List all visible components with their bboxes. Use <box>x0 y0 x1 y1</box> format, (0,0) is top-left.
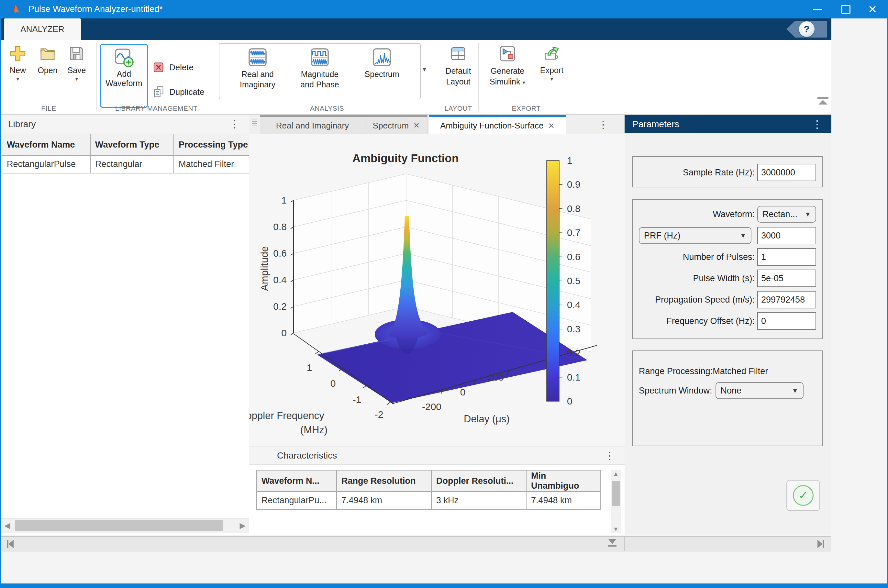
sample-rate-label: Sample Rate (Hz): <box>639 168 757 178</box>
svg-text:(MHz): (MHz) <box>300 424 327 436</box>
cell-doppler-resolution[interactable]: 3 kHz <box>431 492 526 509</box>
cell-min-unambiguous-range[interactable]: 7.4948 km <box>526 492 600 509</box>
column-header[interactable]: Min Unambiguo <box>526 470 600 492</box>
table-row[interactable]: RectangularPu... 7.4948 km 3 kHz 7.4948 … <box>256 492 600 509</box>
minimize-button[interactable] <box>805 0 830 18</box>
column-header[interactable]: Range Resolution <box>336 470 431 492</box>
sample-rate-field[interactable]: 3000000 <box>757 164 816 181</box>
collapse-ribbon-button[interactable] <box>816 97 830 111</box>
pulse-width-field[interactable]: 5e-05 <box>757 270 816 287</box>
prf-field[interactable]: 3000 <box>757 227 816 244</box>
characteristics-content: Waveform N... Range Resolution Doppler R… <box>249 465 625 535</box>
check-icon: ✓ <box>793 485 814 506</box>
collapse-down-icon[interactable] <box>608 539 616 547</box>
svg-text:-1: -1 <box>353 394 362 405</box>
characteristics-menu-button[interactable]: ⋮ <box>604 450 615 461</box>
new-button[interactable]: New ▾ <box>5 45 31 82</box>
cell-range-resolution[interactable]: 7.4948 km <box>336 492 431 509</box>
ribbon-section-library-management: Add Waveform Delete Duplicate LIBRARY MA… <box>97 40 216 114</box>
parameters-panel-header: Parameters ⋮ <box>625 115 831 134</box>
ribbon-section-layout: Default Layout LAYOUT <box>438 40 478 114</box>
ambiguity-function-plot[interactable]: Ambiguity Function <box>249 134 625 447</box>
ribbon-section-file: New ▾ Open Save ▾ FILE <box>1 40 96 114</box>
svg-text:0.8: 0.8 <box>567 203 580 214</box>
cell-processing-type[interactable]: Matched Filter <box>174 155 258 173</box>
tab-drag-handle[interactable] <box>252 119 257 126</box>
close-tab-icon[interactable]: ✕ <box>413 121 420 130</box>
maximize-button[interactable] <box>834 0 858 18</box>
axes-walls <box>294 174 591 352</box>
export-button[interactable]: Export ▾ <box>536 45 567 82</box>
save-dropdown-caret[interactable]: ▾ <box>64 76 89 82</box>
document-tab-bar: Real and Imaginary Spectrum ✕ Ambiguity … <box>249 115 625 134</box>
cell-waveform-type[interactable]: Rectangular <box>90 155 174 173</box>
open-button[interactable]: Open <box>34 45 61 75</box>
library-horizontal-scrollbar[interactable]: ◀ ▶ <box>1 518 249 532</box>
table-row[interactable]: RectangularPulse Rectangular Matched Fil… <box>2 155 258 173</box>
column-header[interactable]: Waveform Type <box>90 134 174 155</box>
save-button[interactable]: Save ▾ <box>64 45 89 82</box>
prf-select[interactable]: PRF (Hz) ▼ <box>639 227 752 244</box>
help-button[interactable]: ? <box>799 21 814 37</box>
default-layout-button[interactable]: Default Layout <box>441 45 475 87</box>
library-table[interactable]: Waveform Name Waveform Type Processing T… <box>2 134 258 174</box>
real-and-imaginary-button[interactable]: Real and Imaginary <box>229 47 286 90</box>
number-of-pulses-field[interactable]: 1 <box>757 248 816 266</box>
new-dropdown-caret[interactable]: ▾ <box>5 76 31 82</box>
export-caret[interactable]: ▾ <box>536 76 567 82</box>
svg-text:0.2: 0.2 <box>273 301 287 312</box>
tab-real-and-imaginary[interactable]: Real and Imaginary <box>260 115 365 134</box>
scrollbar-thumb[interactable] <box>612 481 620 506</box>
frequency-offset-field[interactable]: 0 <box>757 312 816 330</box>
help-icon: ? <box>804 24 809 34</box>
svg-text:-2: -2 <box>375 409 384 420</box>
column-header[interactable]: Waveform Name <box>2 134 90 155</box>
scroll-left-icon[interactable]: ◀ <box>4 521 10 530</box>
close-tab-icon[interactable]: ✕ <box>548 122 555 130</box>
spectrum-window-select[interactable]: None ▼ <box>716 382 804 399</box>
magnitude-and-phase-button[interactable]: Magnitude and Phase <box>291 47 348 90</box>
minimize-icon <box>813 9 822 10</box>
colorbar <box>547 160 559 401</box>
scrollbar-thumb[interactable] <box>15 520 223 531</box>
scroll-up-icon[interactable]: ▲ <box>611 471 621 477</box>
characteristics-vertical-scrollbar[interactable]: ▲ ▼ <box>611 470 621 533</box>
default-layout-icon <box>450 45 467 63</box>
waveform-select[interactable]: Rectan... ▼ <box>757 206 816 223</box>
generate-simulink-button[interactable]: Generate Simulink ▾ <box>483 45 532 88</box>
tab-bar-menu-button[interactable]: ⋮ <box>598 119 608 130</box>
apply-button[interactable]: ✓ <box>786 480 820 511</box>
delete-button[interactable]: Delete <box>152 60 194 75</box>
close-button[interactable]: ✕ <box>860 0 885 18</box>
generate-simulink-caret[interactable]: ▾ <box>522 80 525 86</box>
close-icon: ✕ <box>868 4 878 15</box>
cell-waveform-name[interactable]: RectangularPu... <box>256 492 336 509</box>
scroll-down-icon[interactable]: ▼ <box>611 526 621 532</box>
scroll-right-icon[interactable]: ▶ <box>240 521 246 530</box>
column-header[interactable]: Doppler Resoluti... <box>431 470 526 492</box>
frequency-offset-label: Frequency Offset (Hz): <box>639 316 757 326</box>
new-icon <box>9 45 27 63</box>
collapse-right-icon[interactable] <box>818 540 824 548</box>
propagation-speed-field[interactable]: 299792458 <box>757 291 816 308</box>
section-label-export: EXPORT <box>478 105 574 112</box>
cell-waveform-name[interactable]: RectangularPulse <box>2 155 90 173</box>
maximize-icon <box>842 5 850 14</box>
collapse-left-icon[interactable] <box>7 540 14 548</box>
parameters-menu-button[interactable]: ⋮ <box>812 119 822 129</box>
svg-text:Doppler Frequency: Doppler Frequency <box>249 410 324 422</box>
spectrum-button[interactable]: Spectrum <box>353 47 410 79</box>
analysis-gallery-dropdown[interactable]: ▾ <box>423 65 426 74</box>
tab-analyzer[interactable]: ANALYZER <box>4 18 81 40</box>
svg-text:0.4: 0.4 <box>273 274 287 285</box>
library-menu-button[interactable]: ⋮ <box>230 119 240 129</box>
number-of-pulses-label: Number of Pulses: <box>639 252 757 262</box>
svg-text:0.6: 0.6 <box>273 248 287 259</box>
tab-spectrum[interactable]: Spectrum ✕ <box>365 115 428 134</box>
tab-ambiguity-function-surface[interactable]: Ambiguity Function-Surface ✕ <box>429 115 566 134</box>
column-header[interactable]: Processing Type <box>174 134 258 155</box>
duplicate-button[interactable]: Duplicate <box>152 84 204 99</box>
add-waveform-button[interactable]: Add Waveform <box>100 44 148 108</box>
column-header[interactable]: Waveform N... <box>256 470 336 492</box>
characteristics-table[interactable]: Waveform N... Range Resolution Doppler R… <box>256 470 601 510</box>
